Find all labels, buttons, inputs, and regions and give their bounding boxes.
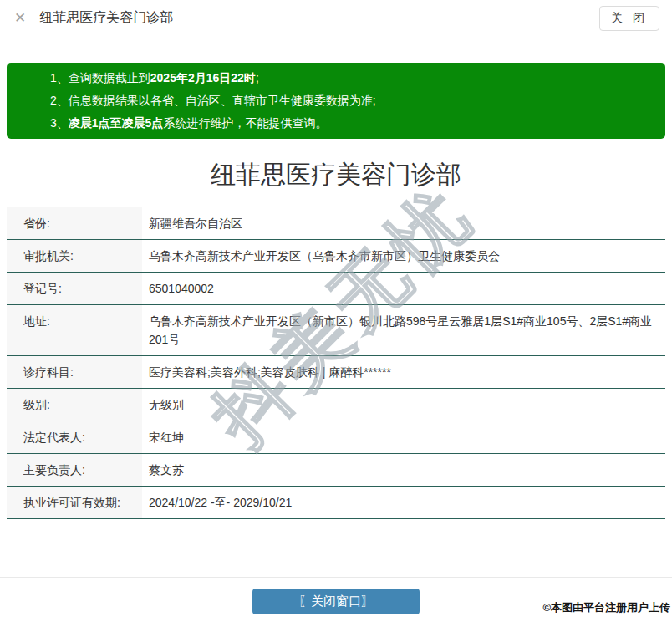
row-value: 2024/10/22 -至- 2029/10/21 [142, 487, 665, 518]
copyright-watermark: ©本图由平台注册用户上传 [542, 600, 670, 615]
page-header-title: 纽菲思医疗美容门诊部 [39, 9, 173, 27]
row-label: 主要负责人: [7, 454, 142, 486]
row-value: 乌鲁木齐高新技术产业开发区（新市区）银川北路598号星云雅居1层S1#商业105… [142, 305, 665, 355]
notice-line-number: 3、 [50, 116, 69, 130]
table-row-registration-number: 登记号: 6501040002 [7, 273, 665, 305]
row-label: 诊疗科目: [7, 356, 142, 388]
notice-box: 1、查询数据截止到2025年2月16日22时; 2、信息数据结果以各省、自治区、… [7, 63, 665, 139]
table-row-license-validity: 执业许可证有效期: 2024/10/22 -至- 2029/10/21 [7, 487, 665, 519]
row-label: 执业许可证有效期: [7, 487, 142, 518]
notice-line-bold-text: 2025年2月16日22时 [150, 71, 256, 84]
notice-line-text: 系统进行维护，不能提供查询。 [163, 116, 327, 130]
row-value: 宋红坤 [142, 421, 665, 453]
row-label: 级别: [7, 389, 142, 421]
notice-line-number: 2、 [50, 94, 69, 107]
notice-line-1: 1、查询数据截止到2025年2月16日22时; [50, 67, 649, 89]
table-row-legal-representative: 法定代表人: 宋红坤 [7, 421, 665, 454]
row-value: 6501040002 [142, 273, 665, 304]
row-value: 无级别 [142, 389, 665, 421]
close-icon[interactable]: ✕ [13, 9, 28, 27]
close-window-button[interactable]: 〖关闭窗口〗 [252, 589, 420, 614]
row-value: 医疗美容科;美容外科;美容皮肤科 | 麻醉科****** [142, 356, 665, 388]
page-title: 纽菲思医疗美容门诊部 [0, 157, 672, 192]
row-label: 省份: [7, 207, 142, 239]
notice-line-3: 3、凌晨1点至凌晨5点系统进行维护，不能提供查询。 [50, 112, 649, 135]
table-row-address: 地址: 乌鲁木齐高新技术产业开发区（新市区）银川北路598号星云雅居1层S1#商… [7, 305, 665, 356]
notice-line-text: 查询数据截止到 [69, 71, 150, 84]
table-row-approval-authority: 审批机关: 乌鲁木齐高新技术产业开发区（乌鲁木齐市新市区）卫生健康委员会 [7, 240, 665, 273]
notice-line-bold-text: 凌晨1点至凌晨5点 [69, 116, 164, 130]
table-row-main-person-in-charge: 主要负责人: 蔡文苏 [7, 454, 665, 487]
table-row-level: 级别: 无级别 [7, 389, 665, 421]
clinic-info-table: 省份: 新疆维吾尔自治区 审批机关: 乌鲁木齐高新技术产业开发区（乌鲁木齐市新市… [7, 207, 665, 519]
notice-line-2: 2、信息数据结果以各省、自治区、直辖市卫生健康委数据为准; [50, 89, 649, 112]
row-label: 审批机关: [7, 240, 142, 272]
row-label: 地址: [7, 305, 142, 355]
header-bar: ✕ 纽菲思医疗美容门诊部 关 闭 [0, 0, 672, 43]
row-value: 乌鲁木齐高新技术产业开发区（乌鲁木齐市新市区）卫生健康委员会 [142, 240, 665, 272]
notice-line-number: 1、 [50, 71, 69, 84]
page: ✕ 纽菲思医疗美容门诊部 关 闭 1、查询数据截止到2025年2月16日22时;… [0, 0, 672, 617]
table-row-treatment-subjects: 诊疗科目: 医疗美容科;美容外科;美容皮肤科 | 麻醉科****** [7, 356, 665, 389]
close-button[interactable]: 关 闭 [599, 6, 659, 31]
row-value: 新疆维吾尔自治区 [142, 207, 665, 239]
notice-line-text: 信息数据结果以各省、自治区、直辖市卫生健康委数据为准; [69, 94, 376, 107]
notice-line-text: ; [256, 71, 259, 84]
table-row-province: 省份: 新疆维吾尔自治区 [7, 207, 665, 240]
row-label: 法定代表人: [7, 421, 142, 453]
row-value: 蔡文苏 [142, 454, 665, 486]
row-label: 登记号: [7, 273, 142, 304]
